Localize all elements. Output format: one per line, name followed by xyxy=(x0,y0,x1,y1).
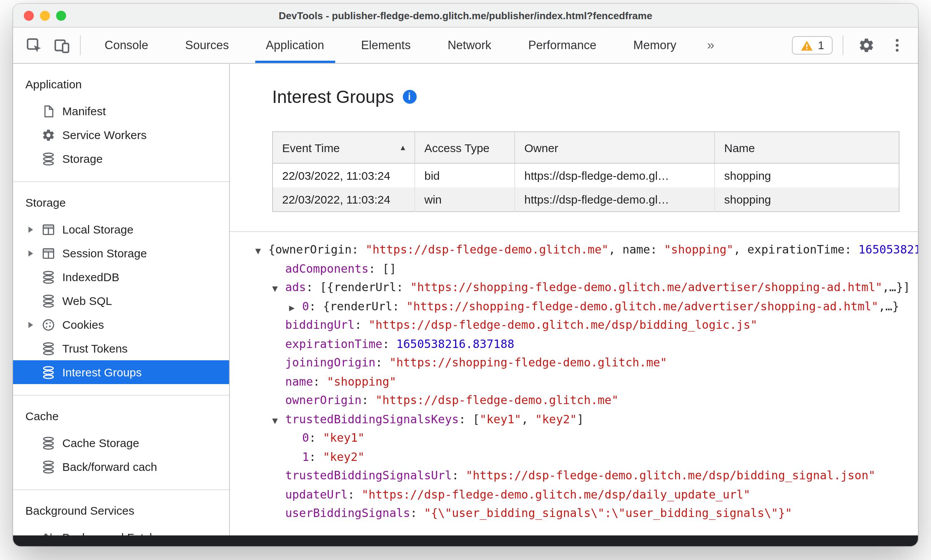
sort-ascending-icon[interactable]: ▲ xyxy=(399,143,407,152)
chevron-right-icon[interactable] xyxy=(28,321,42,328)
tree-segment-plain: : xyxy=(362,393,376,407)
tree-line[interactable]: joiningOrigin: "https://shopping-fledge-… xyxy=(255,353,918,372)
tree-segment-plain: : xyxy=(452,469,466,482)
sidebar-item-indexeddb[interactable]: IndexedDB xyxy=(13,265,229,289)
page-title: Interest Groups xyxy=(272,86,394,107)
panel-tabs: ConsoleSourcesApplicationElementsNetwork… xyxy=(86,28,695,63)
tree-segment-key: ownerOrigin xyxy=(285,393,362,407)
tree-expanded-icon[interactable]: ▼ xyxy=(255,242,268,261)
tree-segment-plain: {ownerOrigin: xyxy=(268,243,366,257)
interest-groups-table: Event Time▲Access TypeOwnerName22/03/202… xyxy=(272,131,899,212)
chevron-right-icon[interactable] xyxy=(28,250,42,256)
tree-line[interactable]: trustedBiddingSignalsUrl: "https://dsp-f… xyxy=(255,466,918,485)
sidebar-item-back-forward-cach[interactable]: Back/forward cach xyxy=(13,455,229,479)
tree-line[interactable]: 1: "key2" xyxy=(255,447,918,466)
updown-icon xyxy=(42,530,55,535)
tree-segment-plain: : [{renderUrl: xyxy=(306,280,410,294)
tree-segment-plain: : [ xyxy=(459,412,480,426)
gear-icon xyxy=(42,128,55,142)
sidebar-item-local-storage[interactable]: Local Storage xyxy=(13,217,229,241)
titlebar: DevTools - publisher-fledge-demo.glitch.… xyxy=(13,4,918,28)
tab-memory[interactable]: Memory xyxy=(615,28,695,63)
sidebar-item-session-storage[interactable]: Session Storage xyxy=(13,241,229,265)
sidebar-section-title: Background Services xyxy=(13,502,229,519)
tab-performance[interactable]: Performance xyxy=(510,28,615,63)
tree-line[interactable]: updateUrl: "https://dsp-fledge-demo.glit… xyxy=(255,485,918,504)
tree-segment-key: name xyxy=(285,374,313,388)
tree-line[interactable]: ownerOrigin: "https://dsp-fledge-demo.gl… xyxy=(255,391,918,410)
tree-segment-string: "https://dsp-fledge-demo.glitch.me/dsp/d… xyxy=(362,487,750,501)
inspect-element-icon[interactable] xyxy=(21,32,47,58)
database-icon xyxy=(42,341,55,355)
sidebar-item-label: Manifest xyxy=(62,104,106,118)
sidebar-section-application: ApplicationManifestService WorkersStorag… xyxy=(13,64,229,181)
tab-sources[interactable]: Sources xyxy=(167,28,248,63)
tree-segment-key: ads xyxy=(285,280,306,294)
tree-segment-key: adComponents xyxy=(285,262,369,275)
close-button[interactable] xyxy=(24,10,34,20)
settings-gear-icon[interactable] xyxy=(853,32,879,58)
sidebar-item-storage[interactable]: Storage xyxy=(13,147,229,171)
tree-line[interactable]: expirationTime: 1650538216.837188 xyxy=(255,335,918,353)
tree-segment-string: "https://shopping-fledge-demo.glitch.me" xyxy=(389,356,667,369)
chevron-right-icon[interactable] xyxy=(28,226,42,232)
issues-badge[interactable]: 1 xyxy=(792,36,833,55)
tree-segment-key: expirationTime xyxy=(285,337,382,351)
tree-segment-plain: : xyxy=(410,506,424,520)
tab-elements[interactable]: Elements xyxy=(342,28,429,63)
tree-segment-plain: : xyxy=(309,450,323,464)
tree-line[interactable]: ▼{ownerOrigin: "https://dsp-fledge-demo.… xyxy=(255,240,918,259)
sidebar-item-label: Back/forward cach xyxy=(62,460,157,473)
column-header-label: Access Type xyxy=(424,141,490,154)
tab-network[interactable]: Network xyxy=(429,28,510,63)
tree-line[interactable]: ▶0: {renderUrl: "https://shopping-fledge… xyxy=(255,297,918,316)
tree-expanded-icon[interactable]: ▼ xyxy=(272,280,285,298)
window-bottom-bar xyxy=(13,535,918,546)
column-header-owner[interactable]: Owner xyxy=(515,132,715,163)
sidebar-item-trust-tokens[interactable]: Trust Tokens xyxy=(13,336,229,360)
sidebar-item-label: Cookies xyxy=(62,318,104,331)
tab-application[interactable]: Application xyxy=(248,28,343,63)
tree-segment-string: "shopping" xyxy=(327,374,396,388)
table-row[interactable]: 22/03/2022, 11:03:24bidhttps://dsp-fledg… xyxy=(273,163,899,187)
tree-line[interactable]: name: "shopping" xyxy=(255,372,918,391)
column-header-access-type[interactable]: Access Type xyxy=(415,132,515,163)
info-icon[interactable]: i xyxy=(402,90,416,104)
tree-segment-string: "key1" xyxy=(323,431,364,445)
sidebar-item-cache-storage[interactable]: Cache Storage xyxy=(13,431,229,455)
tree-line[interactable]: ▼trustedBiddingSignalsKeys: ["key1", "ke… xyxy=(255,410,918,429)
warning-icon xyxy=(800,40,813,51)
sidebar-item-label: Interest Groups xyxy=(62,366,142,379)
application-sidebar: ApplicationManifestService WorkersStorag… xyxy=(13,64,230,535)
sidebar-item-background-fetch[interactable]: Background Fetch xyxy=(13,525,229,535)
tree-line[interactable]: ▼ads: [{renderUrl: "https://shopping-fle… xyxy=(255,278,918,297)
sidebar-section-title: Storage xyxy=(13,194,229,211)
fullscreen-button[interactable] xyxy=(56,10,66,20)
tree-segment-key: biddingUrl xyxy=(285,318,355,332)
main-panel: Interest Groups i Event Time▲Access Type… xyxy=(230,64,918,535)
tree-line[interactable]: biddingUrl: "https://dsp-fledge-demo.gli… xyxy=(255,316,918,335)
more-options-icon[interactable] xyxy=(884,32,910,58)
tab-console[interactable]: Console xyxy=(86,28,167,63)
sidebar-item-interest-groups[interactable]: Interest Groups xyxy=(13,360,229,384)
sidebar-item-label: Storage xyxy=(62,152,103,165)
table-row[interactable]: 22/03/2022, 11:03:24winhttps://dsp-fledg… xyxy=(273,187,899,212)
tree-line[interactable]: 0: "key1" xyxy=(255,429,918,447)
sidebar-item-web-sql[interactable]: Web SQL xyxy=(13,289,229,313)
sidebar-item-cookies[interactable]: Cookies xyxy=(13,313,229,336)
database-icon xyxy=(42,270,55,284)
more-tabs-button[interactable]: » xyxy=(695,28,727,63)
device-toolbar-icon[interactable] xyxy=(48,32,75,58)
tree-collapsed-icon[interactable]: ▶ xyxy=(289,298,302,317)
tree-expanded-icon[interactable]: ▼ xyxy=(272,411,285,430)
minimize-button[interactable] xyxy=(40,10,50,20)
column-header-name[interactable]: Name xyxy=(715,132,899,163)
sidebar-item-service-workers[interactable]: Service Workers xyxy=(13,123,229,147)
sidebar-item-manifest[interactable]: Manifest xyxy=(13,99,229,123)
database-icon xyxy=(42,294,55,308)
sidebar-item-label: Web SQL xyxy=(62,294,112,307)
tree-segment-string: "key1" xyxy=(480,412,521,426)
tree-line[interactable]: adComponents: [] xyxy=(255,259,918,278)
tree-line[interactable]: userBiddingSignals: "{\"user_bidding_sig… xyxy=(255,504,918,523)
column-header-event-time[interactable]: Event Time▲ xyxy=(273,132,415,163)
